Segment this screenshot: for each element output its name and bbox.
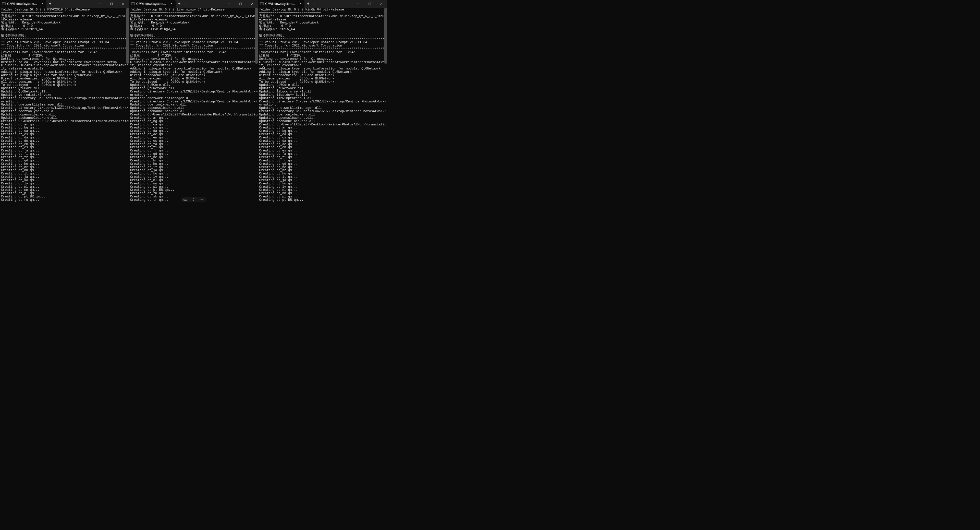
tab-active[interactable]: >_ C:\Windows\system32\cmd.e × xyxy=(0,0,46,8)
maximize-button[interactable] xyxy=(364,0,375,8)
svg-rect-3 xyxy=(110,3,113,5)
keyboard-icon[interactable] xyxy=(183,198,187,201)
scrollbar-thumb[interactable] xyxy=(126,8,129,64)
new-tab-button[interactable]: + xyxy=(176,2,183,6)
scrollbar-thumb[interactable] xyxy=(255,8,258,64)
cmd-icon: >_ xyxy=(260,2,264,6)
svg-rect-25 xyxy=(369,3,371,5)
svg-point-19 xyxy=(200,200,201,200)
scrollbar-thumb[interactable] xyxy=(384,8,387,64)
tab-close-button[interactable]: × xyxy=(298,2,302,6)
microphone-icon[interactable] xyxy=(192,198,195,201)
close-button[interactable] xyxy=(246,0,258,8)
terminal-output[interactable]: folder=Desktop_Qt_6_7_0_llvm_mingw_64_bi… xyxy=(129,8,258,202)
terminal-output[interactable]: folder=Desktop_Qt_6_7_0_MinGW_64_bit-Rel… xyxy=(258,8,387,202)
svg-text:>_: >_ xyxy=(261,3,263,5)
minimize-button[interactable] xyxy=(352,0,364,8)
tab-active[interactable]: >_ C:\Windows\system32\cmd.e × xyxy=(258,0,304,8)
cmd-icon: >_ xyxy=(131,2,135,6)
svg-text:>_: >_ xyxy=(132,3,134,5)
svg-rect-12 xyxy=(184,199,187,201)
window-controls xyxy=(94,0,129,8)
taskbar-overlay xyxy=(181,197,206,202)
svg-point-20 xyxy=(201,200,202,200)
window-controls xyxy=(223,0,258,8)
tab-close-button[interactable]: × xyxy=(169,2,173,6)
tab-active[interactable]: >_ C:\Windows\system32\cmd.e × xyxy=(129,0,176,8)
tab-dropdown-button[interactable]: ⌄ xyxy=(183,2,188,6)
close-button[interactable] xyxy=(118,0,129,8)
tab-dropdown-button[interactable]: ⌄ xyxy=(312,2,317,6)
window-controls xyxy=(352,0,387,8)
minimize-button[interactable] xyxy=(94,0,106,8)
svg-point-21 xyxy=(202,200,203,200)
more-icon[interactable] xyxy=(200,198,204,201)
terminal-window-1: >_ C:\Windows\system32\cmd.e × + ⌄ folde… xyxy=(0,0,129,202)
svg-rect-9 xyxy=(240,3,242,5)
titlebar[interactable]: >_ C:\Windows\system32\cmd.e × + ⌄ xyxy=(0,0,129,8)
new-tab-button[interactable]: + xyxy=(46,2,54,6)
terminal-output[interactable]: folder=Desktop_Qt_6_7_0_MSVC2019_64bit-R… xyxy=(0,8,129,202)
tab-title: C:\Windows\system32\cmd.e xyxy=(7,2,38,6)
maximize-button[interactable] xyxy=(235,0,246,8)
svg-rect-17 xyxy=(193,198,194,200)
terminal-window-3: >_ C:\Windows\system32\cmd.e × + ⌄ folde… xyxy=(258,0,387,202)
cmd-icon: >_ xyxy=(2,2,6,6)
terminal-window-2: >_ C:\Windows\system32\cmd.e × + ⌄ folde… xyxy=(129,0,258,202)
titlebar[interactable]: >_ C:\Windows\system32\cmd.e × + ⌄ xyxy=(129,0,258,8)
tab-close-button[interactable]: × xyxy=(40,2,45,6)
titlebar[interactable]: >_ C:\Windows\system32\cmd.e × + ⌄ xyxy=(258,0,387,8)
tab-dropdown-button[interactable]: ⌄ xyxy=(54,2,59,6)
tab-title: C:\Windows\system32\cmd.e xyxy=(265,2,296,6)
minimize-button[interactable] xyxy=(223,0,235,8)
tab-title: C:\Windows\system32\cmd.e xyxy=(136,2,167,6)
close-button[interactable] xyxy=(375,0,387,8)
new-tab-button[interactable]: + xyxy=(304,2,312,6)
maximize-button[interactable] xyxy=(106,0,118,8)
svg-text:>_: >_ xyxy=(3,3,5,5)
